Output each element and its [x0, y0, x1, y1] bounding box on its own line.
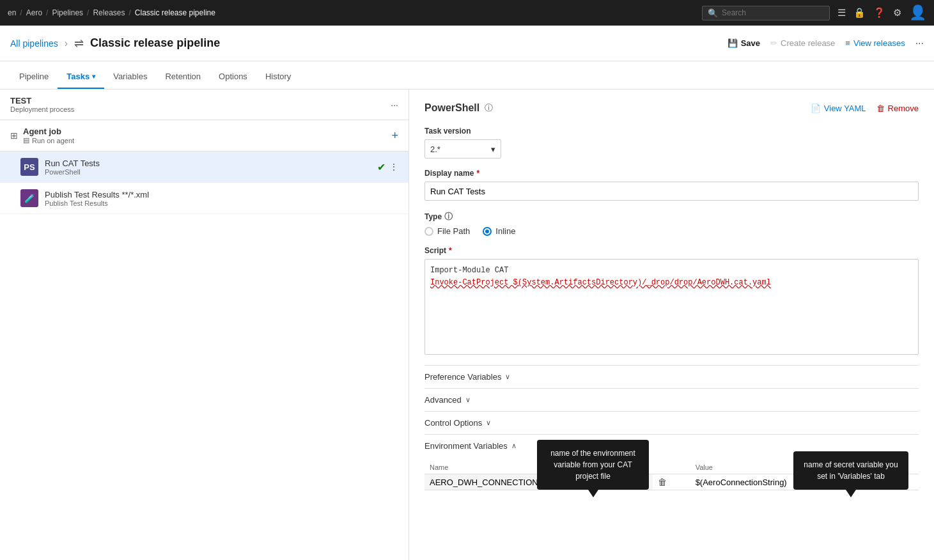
left-panel: TEST Deployment process ··· ⊞ Agent job … — [0, 89, 409, 560]
search-input[interactable] — [722, 8, 824, 17]
task-publish-name: Publish Test Results **/*.xml — [45, 190, 398, 199]
task-run-cat-sub: PowerShell — [45, 168, 371, 176]
list-icon[interactable]: ☰ — [837, 7, 846, 19]
file-path-radio[interactable] — [424, 227, 433, 236]
preference-variables-label: Preference Variables — [424, 372, 501, 382]
top-bar: en / Aero / Pipelines / Releases / Class… — [0, 0, 934, 26]
powershell-title: PowerShell — [424, 102, 479, 114]
script-group: Script * Import-Module CAT Invoke-CatPro… — [424, 246, 919, 355]
yaml-icon: 📄 — [811, 104, 821, 113]
settings-icon[interactable]: ⚙ — [893, 7, 901, 19]
type-label: Type ⓘ — [424, 211, 919, 222]
main-layout: TEST Deployment process ··· ⊞ Agent job … — [0, 89, 934, 560]
breadcrumb-pipelines[interactable]: Pipelines — [52, 8, 83, 17]
breadcrumb-en[interactable]: en — [8, 8, 16, 17]
env-delete-button[interactable]: 🗑 — [658, 477, 667, 487]
search-box[interactable]: 🔍 — [702, 6, 830, 20]
preference-variables-section[interactable]: Preference Variables ∨ — [424, 365, 919, 388]
view-releases-button[interactable]: ≡ View releases — [845, 38, 905, 48]
tooltip-env-var-text: name of the environment variable from yo… — [550, 449, 635, 481]
view-releases-icon: ≡ — [845, 38, 850, 48]
task-version-group: Task version 2.* ▾ — [424, 127, 919, 159]
script-line-1: Import-Module CAT — [430, 265, 913, 277]
breadcrumb-releases[interactable]: Releases — [93, 8, 125, 17]
view-releases-label: View releases — [853, 38, 905, 48]
view-yaml-button[interactable]: 📄 View YAML — [811, 104, 866, 113]
select-chevron-icon: ▾ — [491, 144, 495, 154]
right-panel: PowerShell ⓘ 📄 View YAML 🗑 Remove Task v… — [409, 89, 934, 560]
create-release-label: Create release — [781, 38, 835, 48]
avatar-icon[interactable]: 👤 — [909, 4, 926, 21]
type-group: Type ⓘ File Path Inline — [424, 211, 919, 236]
preference-chevron-icon: ∨ — [505, 373, 510, 381]
task-check-icon: ✔ — [377, 161, 385, 173]
breadcrumb-aero[interactable]: Aero — [26, 8, 42, 17]
script-required-star: * — [449, 246, 452, 255]
type-file-path[interactable]: File Path — [424, 226, 470, 236]
pipeline-icon: ⇌ — [74, 36, 84, 51]
all-pipelines-link[interactable]: All pipelines — [10, 38, 58, 49]
inline-radio[interactable] — [483, 227, 492, 236]
help-icon[interactable]: ❓ — [873, 7, 885, 19]
tab-tasks[interactable]: Tasks ▾ — [58, 65, 104, 89]
inline-label: Inline — [495, 226, 515, 236]
tab-nav: Pipeline Tasks ▾ Variables Retention Opt… — [0, 61, 934, 89]
display-name-label: Display name * — [424, 169, 919, 178]
tab-variables[interactable]: Variables — [104, 65, 156, 89]
lock-icon[interactable]: 🔒 — [853, 7, 866, 19]
task-row-run-cat-tests[interactable]: PS Run CAT Tests PowerShell ✔ ⋮ — [0, 152, 409, 183]
tooltip-secret-var: name of secret variable you set in 'Vari… — [793, 451, 908, 490]
task-row-publish-test-results[interactable]: 🧪 Publish Test Results **/*.xml Publish … — [0, 183, 409, 214]
create-release-button[interactable]: ✏ Create release — [770, 38, 835, 48]
tab-pipeline[interactable]: Pipeline — [10, 65, 58, 89]
stage-name: TEST — [10, 96, 74, 105]
save-icon: 💾 — [728, 38, 738, 48]
advanced-section[interactable]: Advanced ∨ — [424, 388, 919, 411]
control-options-section[interactable]: Control Options ∨ — [424, 411, 919, 434]
advanced-label: Advanced — [424, 395, 462, 405]
header-more-button[interactable]: ··· — [915, 38, 924, 49]
tab-retention[interactable]: Retention — [156, 65, 210, 89]
top-bar-right: 🔍 ☰ 🔒 ❓ ⚙ 👤 — [702, 4, 926, 21]
remove-button[interactable]: 🗑 Remove — [876, 104, 919, 113]
powershell-info-icon[interactable]: ⓘ — [485, 102, 493, 114]
tab-history[interactable]: History — [256, 65, 300, 89]
breadcrumb-sep: › — [65, 38, 68, 49]
task-publish-sub: Publish Test Results — [45, 199, 398, 207]
agent-job-name: Agent job — [23, 127, 74, 136]
required-star: * — [476, 169, 479, 178]
agent-job-info: ⊞ Agent job ▤ Run on agent — [10, 127, 74, 144]
display-name-input[interactable] — [424, 182, 919, 201]
task-more-button[interactable]: ⋮ — [389, 162, 398, 172]
remove-icon: 🗑 — [876, 104, 885, 113]
tooltip-secret-var-text: name of secret variable you set in 'Vari… — [804, 460, 898, 481]
page-header: All pipelines › ⇌ Classic release pipeli… — [0, 26, 934, 61]
task-run-cat-name: Run CAT Tests — [45, 159, 371, 168]
task-run-cat-info: Run CAT Tests PowerShell — [45, 159, 371, 176]
tab-options[interactable]: Options — [210, 65, 256, 89]
tasks-chevron-icon: ▾ — [92, 73, 95, 80]
task-version-label: Task version — [424, 127, 919, 136]
add-task-button[interactable]: + — [391, 129, 398, 143]
powershell-header-actions: 📄 View YAML 🗑 Remove — [811, 104, 919, 113]
control-options-label: Control Options — [424, 418, 482, 428]
tooltip-env-var: name of the environment variable from yo… — [537, 440, 649, 490]
display-name-group: Display name * — [424, 169, 919, 201]
script-label: Script * — [424, 246, 919, 255]
script-line-2: Invoke-CatProject $(System.ArtifactsDire… — [430, 277, 913, 289]
save-button[interactable]: 💾 Save — [728, 38, 760, 48]
agent-job-row: ⊞ Agent job ▤ Run on agent + — [0, 120, 409, 152]
file-path-label: File Path — [437, 226, 470, 236]
stage-info: TEST Deployment process — [10, 96, 74, 113]
type-info-icon[interactable]: ⓘ — [444, 211, 453, 222]
type-inline[interactable]: Inline — [483, 226, 515, 236]
task-version-select[interactable]: 2.* ▾ — [424, 139, 501, 159]
breadcrumb-pipeline-name: Classic release pipeline — [135, 8, 215, 17]
task-run-cat-actions: ✔ ⋮ — [377, 161, 398, 173]
tooltip-env-arrow-down — [588, 490, 598, 497]
stage-more-button[interactable]: ··· — [391, 100, 398, 110]
powershell-header: PowerShell ⓘ 📄 View YAML 🗑 Remove — [424, 102, 919, 114]
task-publish-info: Publish Test Results **/*.xml Publish Te… — [45, 190, 398, 207]
env-col-delete — [653, 461, 690, 474]
script-box[interactable]: Import-Module CAT Invoke-CatProject $(Sy… — [424, 259, 919, 355]
